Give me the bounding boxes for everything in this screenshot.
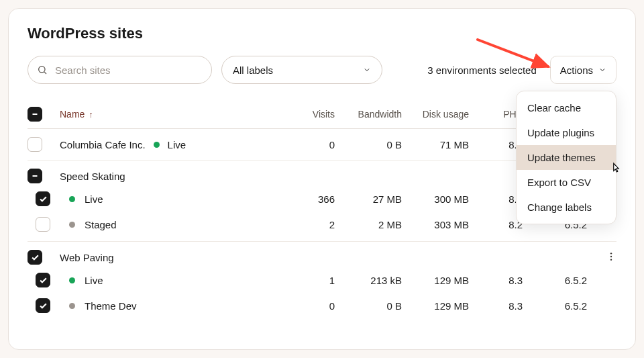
menu-item-clear-cache[interactable]: Clear cache xyxy=(517,95,616,120)
sites-card: WordPress sites All labels 3 environment… xyxy=(8,8,636,350)
site-name-cell[interactable]: Columbia Cafe Inc. Live xyxy=(60,139,281,150)
php-cell: 8.3 xyxy=(469,300,523,312)
more-icon[interactable] xyxy=(606,251,616,262)
disk-cell: 71 MB xyxy=(402,139,469,150)
row-checkbox[interactable] xyxy=(28,169,42,183)
labels-select-label: All labels xyxy=(233,64,273,76)
svg-point-0 xyxy=(39,66,45,73)
visits-cell: 366 xyxy=(281,193,335,205)
svg-point-5 xyxy=(610,255,612,257)
bandwidth-cell: 27 MB xyxy=(335,193,402,205)
menu-item-export-csv[interactable]: Export to CSV xyxy=(517,170,616,195)
col-bandwidth-header[interactable]: Bandwidth xyxy=(335,109,402,120)
disk-cell: 303 MB xyxy=(402,219,469,230)
wp-cell: 6.5.2 xyxy=(523,275,590,286)
row-checkbox[interactable] xyxy=(36,191,50,206)
row-checkbox[interactable] xyxy=(36,273,50,287)
cursor-icon xyxy=(609,162,621,174)
search-wrap xyxy=(28,56,212,84)
visits-cell: 0 xyxy=(281,300,335,312)
disk-cell: 129 MB xyxy=(402,300,469,312)
chevron-down-icon xyxy=(363,66,371,74)
svg-line-1 xyxy=(44,72,46,74)
php-cell: 8.1 xyxy=(469,139,523,150)
visits-cell: 0 xyxy=(281,139,335,150)
visits-cell: 1 xyxy=(281,275,335,286)
php-cell: 8.2 xyxy=(469,193,523,205)
wp-cell: 6.5.2 xyxy=(523,300,590,312)
bandwidth-cell: 213 kB xyxy=(335,275,402,286)
table-row: Theme Dev 0 0 B 129 MB 8.3 6.5.2 xyxy=(28,293,616,318)
actions-menu: Clear cache Update plugins Update themes… xyxy=(516,91,616,224)
env-name-cell[interactable]: Theme Dev xyxy=(60,300,281,312)
row-checkbox[interactable] xyxy=(36,217,50,232)
select-all-checkbox[interactable] xyxy=(28,107,42,122)
col-php-header[interactable]: PHP xyxy=(469,109,523,120)
site-name-cell[interactable]: Web Paving xyxy=(60,252,281,263)
menu-item-change-labels[interactable]: Change labels xyxy=(517,195,616,220)
status-dot-staged xyxy=(69,222,75,228)
menu-item-update-plugins[interactable]: Update plugins xyxy=(517,120,616,145)
bandwidth-cell: 0 B xyxy=(335,139,402,150)
status-dot-live xyxy=(69,277,75,283)
visits-cell: 2 xyxy=(281,219,335,230)
labels-select[interactable]: All labels xyxy=(221,56,382,84)
disk-cell: 300 MB xyxy=(402,193,469,205)
env-name-cell[interactable]: Staged xyxy=(60,219,281,230)
row-checkbox[interactable] xyxy=(36,298,50,313)
row-checkbox[interactable] xyxy=(28,137,42,152)
status-dot-dev xyxy=(69,303,75,309)
php-cell: 8.3 xyxy=(469,275,523,286)
row-checkbox[interactable] xyxy=(28,250,42,265)
disk-cell: 129 MB xyxy=(402,275,469,286)
status-dot-live xyxy=(69,196,75,202)
bandwidth-cell: 2 MB xyxy=(335,219,402,230)
col-disk-header[interactable]: Disk usage xyxy=(402,109,469,120)
col-visits-header[interactable]: Visits xyxy=(281,109,335,120)
menu-item-update-themes[interactable]: Update themes xyxy=(517,145,616,170)
search-icon xyxy=(37,64,48,75)
svg-point-6 xyxy=(610,259,612,260)
site-name-cell[interactable]: Speed Skating xyxy=(60,171,281,182)
table-row: Web Paving xyxy=(28,242,616,267)
annotation-arrow xyxy=(474,34,568,75)
sort-asc-icon: ↑ xyxy=(89,109,93,120)
table-row: Live 1 213 kB 129 MB 8.3 6.5.2 xyxy=(28,267,616,293)
chevron-down-icon xyxy=(598,66,606,74)
svg-point-4 xyxy=(610,253,612,254)
php-cell: 8.2 xyxy=(469,219,523,230)
col-name-header[interactable]: Name ↑ xyxy=(60,109,281,120)
search-input[interactable] xyxy=(28,56,212,84)
status-dot-live xyxy=(154,142,160,148)
env-name-cell[interactable]: Live xyxy=(60,275,281,286)
bandwidth-cell: 0 B xyxy=(335,300,402,312)
env-name-cell[interactable]: Live xyxy=(60,193,281,205)
